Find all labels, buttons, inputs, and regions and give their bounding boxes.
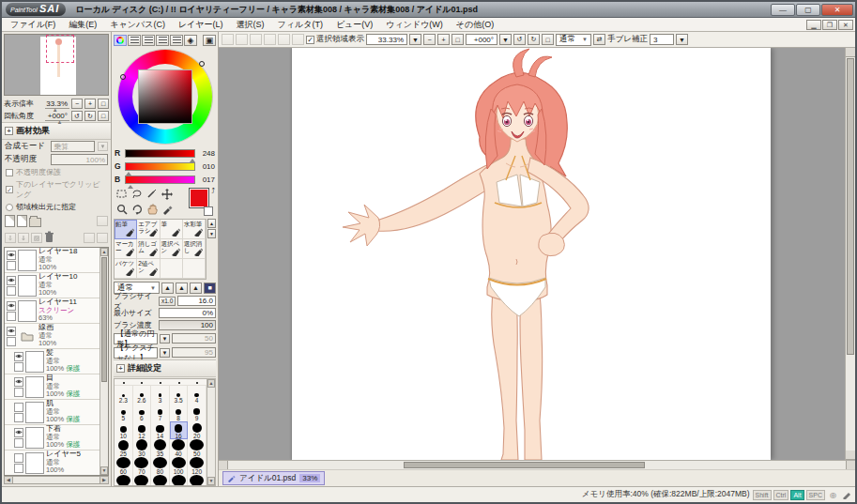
foreground-color-swatch[interactable] — [189, 188, 209, 208]
move-tool[interactable] — [160, 187, 174, 201]
layer-row[interactable]: 目通常100%保護 — [5, 374, 99, 400]
scroll-cap[interactable] — [846, 48, 855, 57]
advanced-settings-header[interactable]: + 詳細設定 — [114, 359, 216, 377]
menu-item-4[interactable]: 選択(S) — [230, 18, 271, 32]
mixer-tab[interactable] — [156, 35, 169, 46]
layer-visibility-toggle[interactable] — [14, 403, 23, 412]
layer-visibility-toggle[interactable] — [14, 453, 23, 463]
swatches-tab[interactable] — [170, 35, 183, 46]
scroll-cap[interactable] — [846, 451, 855, 460]
transparent-color-swatch[interactable] — [204, 206, 213, 216]
layer-paint-indicator[interactable] — [14, 413, 23, 422]
show-selection-checkbox[interactable]: ✓ — [306, 36, 314, 44]
angle-field[interactable]: +000° — [466, 34, 497, 45]
size-preset-2.3[interactable]: 2.3 — [115, 386, 133, 404]
merge-down-button[interactable]: ⇓ — [18, 233, 29, 243]
brush-tool-エアブラシ[interactable]: エアブラシ — [137, 220, 160, 239]
blend-mode-select[interactable]: 乗算 — [51, 141, 95, 152]
brush-tool-バケツ[interactable]: バケツ — [115, 259, 137, 279]
size-preset-4[interactable]: 4 — [188, 386, 207, 404]
brush-tool-消しゴム[interactable]: 消しゴム — [137, 239, 160, 259]
shape-dropdown-icon[interactable]: ▼ — [160, 334, 170, 344]
size-preset-50[interactable]: 50 — [188, 439, 207, 457]
hue-marker[interactable] — [120, 74, 126, 80]
canvas-vscrollbar[interactable] — [845, 48, 855, 460]
blend-mode-dropdown-icon[interactable]: ▼ — [98, 142, 108, 151]
size-preset-35[interactable]: 35 — [151, 439, 170, 457]
size-preset-7[interactable]: 7 — [151, 404, 170, 421]
layer-paint-indicator[interactable] — [7, 261, 16, 270]
clear-layer-button[interactable]: ▨ — [31, 233, 42, 243]
minimize-button[interactable]: — — [771, 4, 795, 16]
layer-down-button[interactable] — [97, 233, 108, 243]
brush-tool-水彩筆[interactable]: 水彩筆 — [183, 220, 206, 239]
layer-mask-button[interactable] — [97, 216, 108, 226]
layer-up-button[interactable] — [84, 233, 95, 243]
layer-row[interactable]: 髪通常100%保護 — [5, 349, 99, 374]
nav-zoom-value[interactable]: 33.3%▲ — [45, 99, 69, 109]
panel-options-button[interactable]: ▣ — [203, 35, 216, 46]
layer-paint-indicator[interactable] — [7, 337, 16, 346]
expand-icon[interactable]: + — [116, 364, 125, 373]
scroll-up-icon[interactable]: ▲ — [100, 248, 108, 256]
size-row-clipped[interactable] — [115, 379, 207, 386]
zoom-tool[interactable] — [115, 202, 129, 216]
scratchpad-tab[interactable]: ◈ — [184, 35, 197, 46]
menu-item-7[interactable]: ウィンドウ(W) — [379, 18, 450, 32]
nav-zoom-in-button[interactable]: + — [84, 99, 96, 109]
size-preset-120[interactable]: 120 — [188, 457, 207, 475]
view-mode-select[interactable]: 通常▼ — [556, 34, 591, 46]
zoom-field[interactable]: 33.33% — [366, 34, 407, 45]
selection-rotate-cw-button[interactable] — [264, 34, 276, 45]
menu-item-2[interactable]: キャンバス(C) — [103, 18, 172, 32]
canvas-viewport[interactable] — [219, 48, 855, 460]
layer-row[interactable]: レイヤー18通常100% — [5, 248, 99, 273]
size-preset-160[interactable]: 160 — [115, 475, 133, 485]
layer-paint-indicator[interactable] — [14, 438, 23, 448]
stabilizer-dropdown-icon[interactable]: ▼ — [676, 34, 688, 45]
size-preset-30[interactable]: 30 — [133, 439, 152, 457]
layer-visibility-toggle[interactable] — [7, 301, 16, 311]
sv-square[interactable] — [139, 70, 191, 123]
layer-row[interactable]: 線画通常100% — [5, 324, 99, 349]
canvas-hscrollbar[interactable] — [219, 460, 855, 469]
size-preset-5[interactable]: 5 — [115, 404, 133, 421]
lasso-tool[interactable] — [130, 187, 144, 201]
layer-visibility-toggle[interactable] — [14, 428, 23, 437]
clipping-checkbox[interactable]: ✓ — [6, 186, 13, 193]
size-preset-100[interactable]: 100 — [170, 457, 189, 475]
texture-strength-field[interactable]: 95 — [172, 347, 216, 358]
doc-close-button[interactable]: ✕ — [838, 20, 853, 30]
size-preset-300[interactable]: 300 — [170, 475, 189, 485]
brush-tool-empty-10[interactable] — [161, 259, 183, 279]
color-wheel[interactable] — [114, 47, 216, 146]
nav-zoom-reset-button[interactable]: □ — [98, 99, 109, 109]
layer-row[interactable]: レイヤー10通常100% — [5, 273, 99, 298]
g-slider[interactable] — [125, 162, 195, 171]
min-size-field[interactable]: 0% — [159, 308, 216, 318]
new-linework-layer-button[interactable] — [17, 215, 27, 227]
size-preset-250[interactable]: 250 — [151, 475, 170, 485]
r-slider[interactable] — [125, 149, 195, 158]
scroll-down-icon[interactable]: ▼ — [207, 477, 215, 485]
brush-tool-empty-11[interactable] — [183, 259, 206, 279]
size-grid-scrollbar[interactable]: ▲ ▼ — [207, 379, 215, 485]
transfer-down-button[interactable]: ⇩ — [5, 233, 16, 243]
brush-size-slider[interactable]: 16.0 — [177, 296, 216, 306]
navigator-viewport[interactable] — [46, 35, 74, 63]
angle-dropdown-icon[interactable]: ▼ — [499, 34, 512, 45]
doc-restore-button[interactable]: ❐ — [822, 20, 837, 30]
zoom-reset-button[interactable]: □ — [451, 34, 464, 45]
flip-view-button[interactable]: ⇄ — [593, 34, 605, 45]
stabilizer-field[interactable]: 3 — [650, 34, 674, 45]
brush-density-slider[interactable]: 100 — [159, 320, 216, 330]
tool-grid-up-button[interactable]: ▲ — [207, 219, 216, 228]
hand-tool[interactable] — [145, 202, 159, 216]
selection-source-radio[interactable] — [6, 204, 13, 211]
b-slider[interactable] — [125, 176, 195, 184]
size-preset-350[interactable]: 350 — [188, 475, 207, 485]
size-preset-200[interactable]: 200 — [133, 475, 152, 485]
brush-tool-選択消し[interactable]: 選択消し — [183, 239, 206, 259]
zoom-out-button[interactable]: − — [423, 34, 436, 45]
size-scale-button[interactable]: x1.0 — [159, 297, 176, 306]
